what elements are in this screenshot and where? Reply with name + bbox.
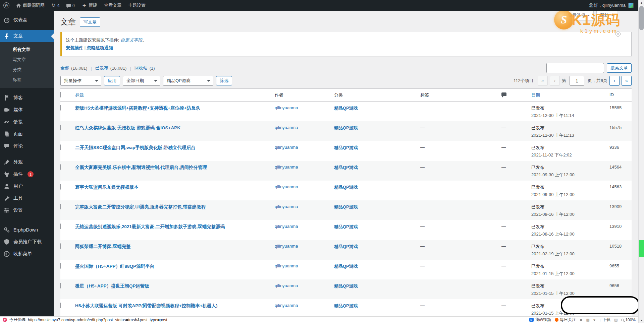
screenshot-mini-icon[interactable]: ▦: [586, 318, 589, 322]
post-category-link[interactable]: 精品QP游戏: [334, 303, 358, 308]
vertical-scrollbar[interactable]: ▲ ▼: [638, 0, 644, 323]
post-category-link[interactable]: 精品QP游戏: [334, 224, 358, 229]
sidebar-item-plugins[interactable]: 插件 1: [0, 168, 54, 180]
submenu-categories[interactable]: 分类: [0, 65, 54, 75]
post-title-link[interactable]: 完整版大富豪二开带控分稳定,UI漂亮,服务器完整打包,带搭建教程: [75, 204, 206, 209]
row-checkbox[interactable]: [60, 204, 61, 209]
shield-mini-icon[interactable]: ◆: [580, 318, 582, 322]
sidebar-item-comments[interactable]: 评论: [0, 140, 54, 152]
post-author-link[interactable]: qilinyuanma: [275, 283, 298, 288]
sidebar-item-pages[interactable]: 页面: [0, 128, 54, 140]
sidebar-item-member-download[interactable]: 会员推广下载: [0, 236, 54, 248]
bulk-action-select[interactable]: 批量操作: [60, 76, 101, 86]
post-title-link[interactable]: 寰宇大联盟闲乐互娱无授权版本: [75, 185, 139, 190]
post-author-link[interactable]: qilinyuanma: [275, 145, 298, 150]
sidebar-item-media[interactable]: 媒体: [0, 104, 54, 116]
view-published-link[interactable]: 已发布: [95, 65, 108, 71]
daily-follow-item[interactable]: 每日关注: [555, 317, 576, 323]
sidebar-item-collapse-menu[interactable]: 收起菜单: [0, 248, 54, 260]
row-checkbox[interactable]: [60, 283, 61, 288]
site-name-menu[interactable]: 麒麟源码网: [13, 0, 48, 11]
theme-settings-menu[interactable]: 主题设置: [125, 0, 149, 11]
apply-button[interactable]: 应用: [104, 76, 120, 85]
search-posts-input[interactable]: [546, 63, 604, 73]
post-category-link[interactable]: 精品QP游戏: [334, 145, 358, 150]
sidebar-item-settings[interactable]: 设置: [0, 204, 54, 216]
post-title-link[interactable]: 新版H5大圣棋牌游戏源码+搭建教程+支持透视+座位控+防反杀: [75, 106, 200, 111]
post-author-link[interactable]: qilinyuanma: [275, 204, 298, 209]
post-category-link[interactable]: 精品QP游戏: [334, 165, 358, 170]
post-title-link[interactable]: H5小苏大联盟运营版 可封装APP(附带配套视频教程+控制概率+机器人): [75, 303, 218, 308]
sidebar-item-tools[interactable]: 工具: [0, 192, 54, 204]
comments-menu[interactable]: 0: [63, 0, 78, 11]
row-checkbox[interactable]: [60, 223, 61, 229]
sidebar-item-blog[interactable]: 博客: [0, 92, 54, 104]
post-author-link[interactable]: qilinyuanma: [275, 244, 298, 249]
category-filter-select[interactable]: 精品QP游戏: [163, 76, 213, 86]
filter-button[interactable]: 筛选: [216, 76, 232, 85]
my-videos-item[interactable]: ▶我的视频: [529, 317, 551, 323]
post-title-link[interactable]: 全新大富豪完美版,乐在棋中,新增透视控制,代理后台,房间控分管理: [75, 165, 207, 170]
sidebar-item-links[interactable]: 链接: [0, 116, 54, 128]
last-page-button[interactable]: »: [622, 76, 632, 86]
post-title-link[interactable]: 微星（H5+APP）盛世王朝QP运营版: [75, 283, 149, 288]
row-checkbox[interactable]: [60, 184, 61, 190]
post-author-link[interactable]: qilinyuanma: [275, 105, 298, 110]
post-title-link[interactable]: 盛火国际（H5+APP）红88QP源码平台: [75, 264, 154, 269]
today-pick-label[interactable]: 今日优选: [9, 317, 25, 323]
current-page-input[interactable]: [570, 76, 584, 86]
column-header-title[interactable]: 标题: [75, 89, 275, 101]
row-checkbox[interactable]: [60, 144, 61, 150]
wordpress-logo-menu[interactable]: W: [0, 0, 13, 11]
post-category-link[interactable]: 精品QP游戏: [334, 204, 358, 209]
submenu-tags[interactable]: 标签: [0, 75, 54, 85]
post-author-link[interactable]: qilinyuanma: [275, 165, 298, 170]
submenu-add-post[interactable]: 写文章: [0, 55, 54, 65]
prev-page-button[interactable]: ‹: [550, 76, 560, 86]
download-item[interactable]: ↓下载: [599, 317, 610, 323]
new-content-menu[interactable]: ＋ 新建: [78, 0, 101, 11]
post-category-link[interactable]: 精品QP游戏: [334, 264, 358, 269]
scroll-down-arrow[interactable]: ▼: [639, 318, 644, 323]
scroll-up-arrow[interactable]: ▲: [639, 0, 644, 5]
install-plugins-link[interactable]: 安装插件: [66, 45, 83, 50]
zoom-control[interactable]: 100%: [621, 318, 636, 322]
row-checkbox[interactable]: [60, 243, 61, 249]
updates-menu[interactable]: ↻ 4: [48, 0, 63, 11]
post-author-link[interactable]: qilinyuanma: [275, 224, 298, 229]
next-page-button[interactable]: ›: [609, 76, 620, 86]
view-all-link[interactable]: 全部: [60, 65, 69, 71]
search-posts-button[interactable]: 搜索文章: [607, 63, 632, 73]
post-title-link[interactable]: 红鸟大众棋牌运营版 无授权版 游戏源码 含IOS+APK: [75, 125, 180, 130]
sidebar-item-users[interactable]: 用户: [0, 180, 54, 192]
submenu-all-posts[interactable]: 所有文章: [0, 45, 54, 55]
post-author-link[interactable]: qilinyuanma: [275, 125, 298, 130]
row-checkbox[interactable]: [60, 303, 61, 308]
row-checkbox[interactable]: [60, 105, 61, 111]
post-title-link[interactable]: 网狐荣耀二开博弈,双端完整: [75, 244, 131, 249]
post-author-link[interactable]: qilinyuanma: [275, 263, 298, 268]
grid-mini-icon[interactable]: ▤: [614, 318, 618, 322]
column-header-date[interactable]: 日期: [531, 89, 609, 101]
post-category-link[interactable]: 精品QP游戏: [334, 185, 358, 190]
dismiss-notice-link[interactable]: 忽略这项通知: [87, 45, 113, 50]
post-category-link[interactable]: 精品QP游戏: [334, 244, 358, 249]
date-filter-select[interactable]: 全部日期: [123, 76, 160, 86]
sidebar-item-erphpdown[interactable]: ErphpDown: [0, 224, 54, 236]
post-author-link[interactable]: qilinyuanma: [275, 184, 298, 189]
row-checkbox[interactable]: [60, 263, 61, 269]
row-checkbox[interactable]: [60, 164, 61, 170]
sidebar-item-appearance[interactable]: 外观: [0, 156, 54, 168]
heart-mini-icon[interactable]: ♥: [593, 318, 596, 322]
post-category-link[interactable]: 精品QP游戏: [334, 106, 358, 111]
post-title-link[interactable]: 无错运营级别逍遥娱乐,2021最新大富豪,二开增加多款子游戏,双端完整源码: [75, 224, 225, 229]
today-pick-icon[interactable]: ♥: [3, 318, 7, 322]
custom-fields-plugin-link[interactable]: 自定义字段: [120, 38, 142, 43]
post-category-link[interactable]: 精品QP游戏: [334, 283, 358, 288]
post-author-link[interactable]: qilinyuanma: [275, 303, 298, 308]
view-trash-link[interactable]: 回收站: [135, 65, 148, 71]
scrollbar-thumb[interactable]: [639, 6, 644, 30]
post-title-link[interactable]: 二开天恒SSC现金盘口网,wap手机版美化版,带独立代理后台: [75, 145, 196, 150]
row-checkbox[interactable]: [60, 125, 61, 130]
first-page-button[interactable]: «: [538, 76, 548, 86]
